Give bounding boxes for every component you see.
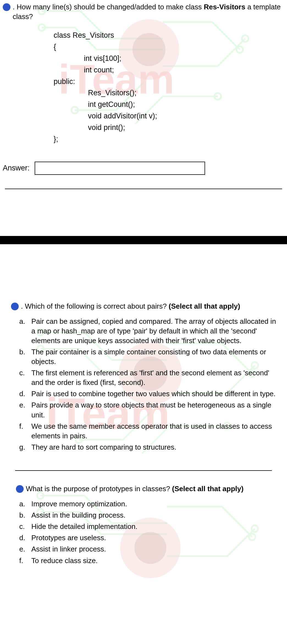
question-3-text: What is the purpose of prototypes in cla… bbox=[26, 484, 284, 494]
option-item[interactable]: a.Pair can be assigned, copied and compa… bbox=[19, 317, 282, 346]
option-letter: f. bbox=[19, 556, 28, 566]
code-line: class Res_Visitors bbox=[54, 30, 287, 41]
q1-prefix: . How many line(s) should be changed/add… bbox=[13, 3, 204, 11]
answer-input[interactable] bbox=[35, 162, 205, 175]
option-text: Pair can be assigned, copied and compare… bbox=[31, 317, 282, 346]
question-2-header: . Which of the following is correct abou… bbox=[0, 299, 287, 311]
code-block: class Res_Visitors { int vis[100]; int c… bbox=[54, 30, 287, 145]
question-3-options: a.Improve memory optimization.b.Assist i… bbox=[19, 499, 287, 566]
option-item[interactable]: b.Assist in the building process. bbox=[19, 510, 282, 520]
option-letter: c. bbox=[19, 368, 28, 378]
question-3: What is the purpose of prototypes in cla… bbox=[0, 482, 287, 578]
question-number-bullet bbox=[16, 485, 24, 493]
option-text: Assist in linker process. bbox=[31, 544, 282, 554]
option-item[interactable]: c.Hide the detailed implementation. bbox=[19, 522, 282, 531]
option-letter: f. bbox=[19, 422, 28, 431]
code-line: void print(); bbox=[54, 122, 287, 134]
option-text: Prototypes are useless. bbox=[31, 533, 282, 543]
code-line: void addVisitor(int v); bbox=[54, 110, 287, 122]
q3-bold: (Select all that apply) bbox=[172, 485, 244, 493]
option-text: To reduce class size. bbox=[31, 556, 282, 566]
option-text: Pairs provide a way to store objects tha… bbox=[31, 400, 282, 420]
code-line: Res_Visitors(); bbox=[54, 87, 287, 99]
code-line: int count; bbox=[54, 64, 287, 76]
code-line: int vis[100]; bbox=[54, 53, 287, 64]
option-letter: a. bbox=[19, 499, 28, 509]
option-item[interactable]: f.To reduce class size. bbox=[19, 556, 282, 566]
option-item[interactable]: g.They are hard to sort comparing to str… bbox=[19, 442, 282, 452]
option-item[interactable]: a.Improve memory optimization. bbox=[19, 499, 282, 509]
question-1-text: . How many line(s) should be changed/add… bbox=[13, 2, 284, 21]
q1-bold: Res-Visitors bbox=[204, 3, 245, 11]
option-letter: d. bbox=[19, 533, 28, 543]
option-letter: d. bbox=[19, 389, 28, 399]
option-letter: b. bbox=[19, 510, 28, 520]
code-line: int getCount(); bbox=[54, 99, 287, 110]
q2-prefix: . Which of the following is correct abou… bbox=[21, 302, 169, 310]
answer-label: Answer: bbox=[3, 163, 30, 173]
page-divider bbox=[0, 236, 287, 244]
option-item[interactable]: f.We use the same member access operator… bbox=[19, 422, 282, 441]
question-2: iTeam . Which of the following is correc… bbox=[0, 299, 287, 465]
option-letter: g. bbox=[19, 442, 28, 452]
answer-row: Answer: bbox=[0, 153, 287, 186]
code-line: public: bbox=[54, 76, 287, 88]
page-2: iTeam . Which of the following is correc… bbox=[0, 299, 287, 578]
question-1-header: . How many line(s) should be changed/add… bbox=[0, 0, 287, 21]
code-line: }; bbox=[54, 134, 287, 145]
question-2-options: a.Pair can be assigned, copied and compa… bbox=[19, 317, 287, 452]
option-text: Improve memory optimization. bbox=[31, 499, 282, 509]
option-letter: b. bbox=[19, 347, 28, 357]
option-item[interactable]: d.Pair is used to combine together two v… bbox=[19, 389, 282, 399]
option-text: Pair is used to combine together two val… bbox=[31, 389, 282, 399]
option-letter: a. bbox=[19, 317, 28, 326]
option-letter: c. bbox=[19, 522, 28, 531]
option-item[interactable]: e.Pairs provide a way to store objects t… bbox=[19, 400, 282, 420]
q2-bold: (Select all that apply) bbox=[169, 302, 240, 310]
question-number-bullet bbox=[11, 303, 19, 310]
option-text: Hide the detailed implementation. bbox=[31, 522, 282, 531]
option-text: They are hard to sort comparing to struc… bbox=[31, 442, 282, 452]
page-1: iTeam . How many line(s) should be chang… bbox=[0, 0, 287, 244]
option-letter: e. bbox=[19, 400, 28, 410]
option-item[interactable]: d.Prototypes are useless. bbox=[19, 533, 282, 543]
option-item[interactable]: e.Assist in linker process. bbox=[19, 544, 282, 554]
option-item[interactable]: c.The first element is referenced as 'fi… bbox=[19, 368, 282, 387]
question-3-header: What is the purpose of prototypes in cla… bbox=[0, 482, 287, 494]
option-letter: e. bbox=[19, 544, 28, 554]
option-item[interactable]: b.The pair container is a simple contain… bbox=[19, 347, 282, 366]
q3-prefix: What is the purpose of prototypes in cla… bbox=[26, 485, 172, 493]
question-2-text: . Which of the following is correct abou… bbox=[21, 301, 284, 311]
option-text: The pair container is a simple container… bbox=[31, 347, 282, 366]
question-number-bullet bbox=[3, 3, 10, 11]
option-text: We use the same member access operator t… bbox=[31, 422, 282, 441]
code-line: { bbox=[54, 41, 287, 53]
horizontal-rule bbox=[5, 189, 282, 189]
option-text: The first element is referenced as 'firs… bbox=[31, 368, 282, 387]
horizontal-rule bbox=[15, 470, 272, 471]
option-text: Assist in the building process. bbox=[31, 510, 282, 520]
